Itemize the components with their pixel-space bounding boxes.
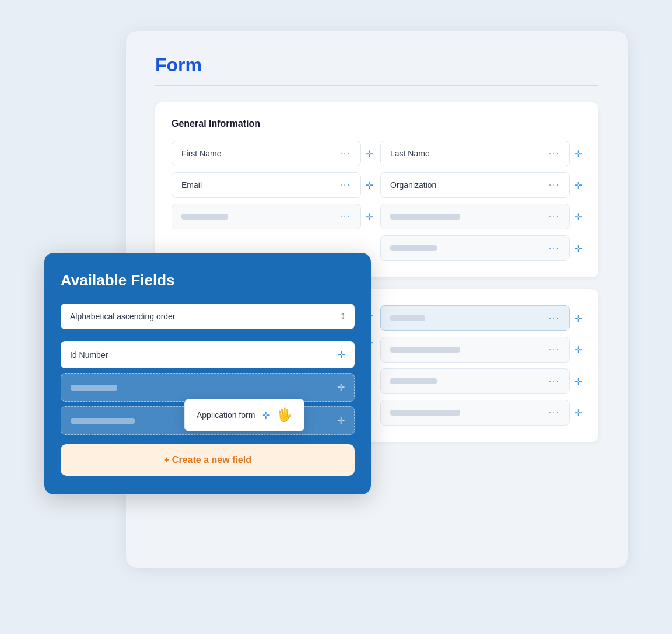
section2-right: ··· ✛ ··· ✛ ··· [380, 305, 582, 426]
title-divider [155, 85, 598, 86]
page-title: Form [155, 54, 598, 76]
email-field: Email ··· [172, 172, 361, 198]
placeholder-dots-1[interactable]: ··· [340, 211, 351, 222]
s2-right-row-2: ··· ✛ [380, 337, 582, 363]
s2-right-field-3: ··· [380, 368, 570, 394]
id-number-label: Id Number [70, 350, 108, 360]
s2-right-dots-4[interactable]: ··· [549, 407, 560, 418]
placeholder-left-field-1: ··· [172, 204, 361, 229]
placeholder-right-field-1: ··· [380, 204, 570, 229]
email-label: Email [181, 180, 202, 190]
last-name-label: Last Name [390, 149, 430, 158]
placeholder-right-row-1: ··· ✛ [380, 204, 582, 229]
first-name-dots-icon[interactable]: ··· [340, 148, 351, 159]
form-grid: First Name ··· ✛ Email ··· ✛ [172, 141, 582, 261]
placeholder-move-1[interactable]: ✛ [366, 211, 373, 222]
s2-right-move-3[interactable]: ✛ [575, 376, 582, 387]
right-column: Last Name ··· ✛ Organization ··· ✛ [380, 141, 582, 261]
panel-title: Available Fields [61, 271, 355, 290]
placeholder-right-field-2: ··· [380, 235, 570, 261]
s2-right-row-1: ··· ✛ [380, 305, 582, 331]
placeholder-dots-right-2[interactable]: ··· [549, 243, 560, 253]
cursor-icon: 🖐 [276, 407, 292, 423]
placeholder-move-icon-1[interactable]: ✛ [337, 382, 345, 393]
organization-label: Organization [390, 180, 436, 190]
email-row: Email ··· ✛ [172, 172, 373, 198]
placeholder-label-2 [71, 418, 135, 424]
s2-right-bar-2 [390, 347, 460, 353]
s2-right-field-2: ··· [380, 337, 570, 363]
sort-select[interactable]: Alphabetical ascending orderAlphabetical… [61, 304, 355, 329]
placeholder-field-item-1: ✛ [61, 373, 355, 402]
last-name-dots-icon[interactable]: ··· [549, 148, 560, 159]
last-name-move-icon[interactable]: ✛ [575, 148, 582, 159]
s2-right-move-4[interactable]: ✛ [575, 407, 582, 419]
s2-right-dots-2[interactable]: ··· [549, 344, 560, 355]
organization-row: Organization ··· ✛ [380, 172, 582, 198]
s2-right-bar-4 [390, 410, 460, 416]
s2-right-move-2[interactable]: ✛ [575, 344, 582, 356]
placeholder-right-row-2: ··· ✛ [380, 235, 582, 261]
s2-right-field-4: ··· [380, 400, 570, 426]
last-name-field: Last Name ··· [380, 141, 570, 166]
placeholder-right-move-2[interactable]: ✛ [575, 243, 582, 254]
first-name-move-icon[interactable]: ✛ [366, 148, 373, 159]
placeholder-label-1 [71, 385, 117, 391]
drag-tooltip: Application form ✛ 🖐 [184, 399, 304, 431]
available-fields-panel: Available Fields Alphabetical ascending … [44, 253, 371, 494]
drag-tooltip-move-icon[interactable]: ✛ [262, 410, 270, 421]
organization-dots-icon[interactable]: ··· [549, 180, 560, 190]
create-new-field-button[interactable]: + Create a new field [61, 444, 355, 476]
placeholder-right-move-1[interactable]: ✛ [575, 211, 582, 222]
drag-tooltip-label: Application form [197, 410, 255, 420]
id-number-move-icon[interactable]: ✛ [338, 349, 345, 360]
id-number-field-item: Id Number ✛ [61, 341, 355, 368]
s2-drag-target: ··· [380, 305, 570, 331]
placeholder-bar-right-1 [390, 214, 460, 220]
s2-right-dots-3[interactable]: ··· [549, 376, 560, 386]
organization-field: Organization ··· [380, 172, 570, 198]
s2-drag-dots[interactable]: ··· [549, 313, 560, 323]
placeholder-bar-right-2 [390, 245, 437, 251]
section-title: General Information [172, 119, 582, 129]
first-name-row: First Name ··· ✛ [172, 141, 373, 166]
s2-right-row-3: ··· ✛ [380, 368, 582, 394]
email-dots-icon[interactable]: ··· [340, 180, 351, 190]
s2-right-move-1[interactable]: ✛ [575, 313, 582, 324]
s2-right-bar-3 [390, 378, 437, 384]
last-name-row: Last Name ··· ✛ [380, 141, 582, 166]
general-information-section: General Information First Name ··· ✛ [155, 102, 598, 277]
s2-drag-bar [390, 315, 425, 321]
left-column: First Name ··· ✛ Email ··· ✛ [172, 141, 373, 261]
first-name-field: First Name ··· [172, 141, 361, 166]
sort-select-wrapper[interactable]: Alphabetical ascending orderAlphabetical… [61, 304, 355, 329]
placeholder-bar-1 [181, 214, 228, 220]
email-move-icon[interactable]: ✛ [366, 180, 373, 191]
placeholder-dots-right-1[interactable]: ··· [549, 211, 560, 222]
first-name-label: First Name [181, 149, 221, 158]
s2-right-row-4: ··· ✛ [380, 400, 582, 426]
organization-move-icon[interactable]: ✛ [575, 180, 582, 191]
placeholder-left-row-1: ··· ✛ [172, 204, 373, 229]
placeholder-move-icon-2[interactable]: ✛ [337, 415, 345, 426]
